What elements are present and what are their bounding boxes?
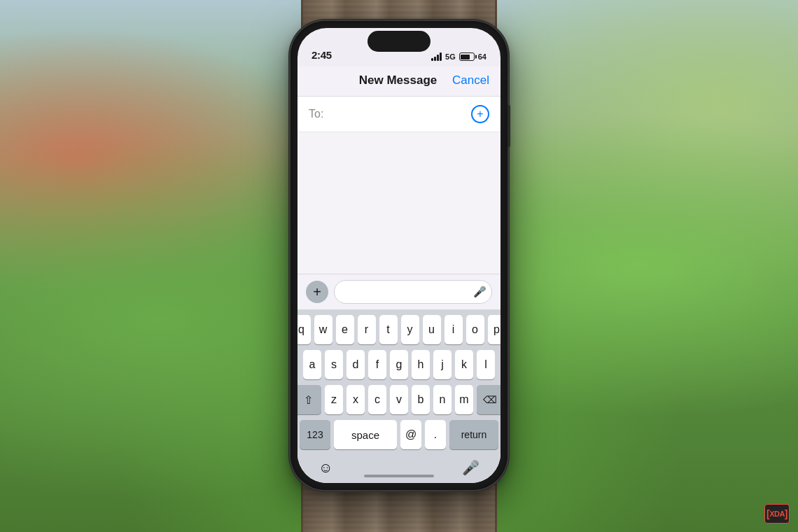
key-t[interactable]: t	[379, 315, 398, 344]
input-wrapper: 🎤	[334, 280, 492, 304]
key-c[interactable]: c	[368, 385, 386, 414]
key-z[interactable]: z	[325, 385, 343, 414]
signal-bars-icon	[431, 52, 442, 61]
key-v[interactable]: v	[390, 385, 408, 414]
keyboard-row-3: ⇧ z x c v b n m ⌫	[300, 385, 498, 414]
key-b[interactable]: b	[412, 385, 430, 414]
keyboard-row-1: q w e r t y u i o p	[300, 315, 498, 344]
add-contact-button[interactable]: +	[471, 105, 489, 123]
at-key[interactable]: @	[400, 420, 421, 449]
shift-key[interactable]: ⇧	[298, 385, 321, 414]
key-s[interactable]: s	[325, 350, 343, 379]
status-time: 2:45	[312, 49, 332, 61]
key-p[interactable]: p	[488, 315, 501, 344]
battery-icon	[459, 52, 475, 61]
row2-spacer-right	[498, 350, 500, 379]
space-key[interactable]: space	[334, 420, 397, 449]
key-q[interactable]: q	[298, 315, 311, 344]
iphone-screen: 2:45 5G 64	[298, 28, 500, 483]
battery-percent: 64	[478, 52, 486, 61]
key-g[interactable]: g	[390, 350, 408, 379]
home-indicator	[364, 475, 434, 477]
key-r[interactable]: r	[358, 315, 376, 344]
key-m[interactable]: m	[455, 385, 473, 414]
key-l[interactable]: l	[477, 350, 495, 379]
key-y[interactable]: y	[401, 315, 419, 344]
to-field-row: To: +	[298, 97, 500, 132]
key-d[interactable]: d	[346, 350, 365, 379]
key-a[interactable]: a	[303, 350, 321, 379]
nav-header: New Message Cancel	[298, 66, 500, 97]
key-i[interactable]: i	[444, 315, 463, 344]
keyboard-row-2: a s d f g h j k l	[300, 350, 498, 379]
to-label: To:	[309, 108, 323, 120]
xda-watermark: XDA	[764, 504, 790, 524]
delete-key[interactable]: ⌫	[477, 385, 500, 414]
key-h[interactable]: h	[412, 350, 430, 379]
key-x[interactable]: x	[346, 385, 365, 414]
keyboard-row-4: 123 space @ . return	[300, 420, 498, 449]
key-e[interactable]: e	[336, 315, 354, 344]
return-key[interactable]: return	[449, 420, 498, 449]
numbers-key[interactable]: 123	[300, 420, 330, 449]
iphone-frame: 2:45 5G 64	[290, 21, 507, 490]
key-k[interactable]: k	[455, 350, 473, 379]
xda-logo: XDA	[764, 504, 790, 524]
to-input[interactable]	[328, 108, 471, 120]
key-u[interactable]: u	[423, 315, 441, 344]
network-badge: 5G	[445, 52, 456, 61]
keyboard-bottom-bar: ☺ 🎤	[298, 452, 500, 483]
messages-app: New Message Cancel To: + + 🎤	[298, 66, 500, 483]
period-key[interactable]: .	[425, 420, 446, 449]
cancel-button[interactable]: Cancel	[452, 74, 489, 88]
key-n[interactable]: n	[433, 385, 451, 414]
message-input-bar: + 🎤	[298, 274, 500, 309]
mic-inline-icon[interactable]: 🎤	[473, 286, 486, 298]
mic-button[interactable]: 🎤	[462, 459, 479, 476]
nav-title: New Message	[344, 74, 452, 88]
key-o[interactable]: o	[466, 315, 484, 344]
emoji-button[interactable]: ☺	[318, 460, 332, 476]
message-text-input[interactable]	[334, 280, 492, 304]
dynamic-island	[368, 31, 430, 52]
status-icons: 5G 64	[431, 52, 486, 61]
key-w[interactable]: w	[314, 315, 332, 344]
battery-fill	[461, 55, 470, 59]
keyboard: q w e r t y u i o p a s d f	[298, 309, 500, 452]
key-j[interactable]: j	[433, 350, 451, 379]
attach-button[interactable]: +	[306, 281, 328, 303]
message-body	[298, 132, 500, 274]
key-f[interactable]: f	[368, 350, 386, 379]
row2-spacer-left	[298, 350, 300, 379]
